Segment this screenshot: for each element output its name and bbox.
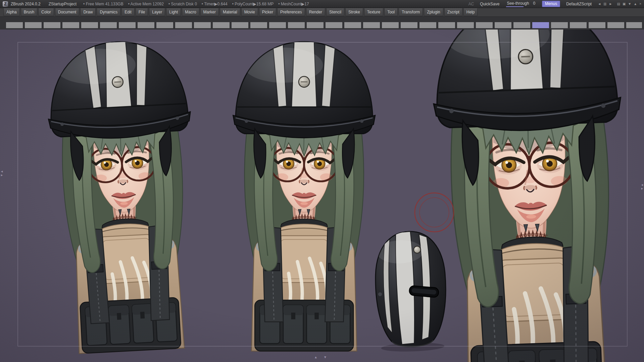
menu-item-picker[interactable]: Picker bbox=[259, 8, 276, 16]
menus-button[interactable]: Menus bbox=[542, 1, 560, 7]
close-icon[interactable]: × bbox=[639, 2, 641, 6]
down-arrow-icon: ▼ bbox=[324, 356, 327, 359]
menu-item-edit[interactable]: Edit bbox=[121, 8, 135, 16]
default-zscript-button[interactable]: DefaultZScript bbox=[565, 1, 593, 7]
menu-item-macro[interactable]: Macro bbox=[182, 8, 199, 16]
left-arrow-icon: ◄ bbox=[641, 184, 644, 187]
right-arrow-icon: ► bbox=[641, 187, 644, 190]
scroll-right-icon[interactable]: ► bbox=[609, 2, 612, 6]
menu-item-zplugin[interactable]: Zplugin bbox=[424, 8, 443, 16]
project-name: ZStartupProject bbox=[49, 2, 77, 6]
menu-item-draw[interactable]: Draw bbox=[80, 8, 96, 16]
stat-polycount-15-68-mp: • PolyCount▶15.68 MP bbox=[232, 2, 274, 6]
sculpt-canvas[interactable] bbox=[0, 30, 644, 362]
menu-item-transform[interactable]: Transform bbox=[399, 8, 423, 16]
scroll-left-icon[interactable]: ◄ bbox=[598, 2, 601, 6]
quicksave-button[interactable]: QuickSave bbox=[479, 1, 501, 7]
stat-free-mem-41-133gb: • Free Mem 41.133GB bbox=[83, 2, 123, 6]
menu-item-light[interactable]: Light bbox=[166, 8, 181, 16]
menu-item-render[interactable]: Render bbox=[306, 8, 325, 16]
tray-segment-active[interactable] bbox=[532, 22, 549, 28]
bust-view-closeup bbox=[430, 30, 632, 362]
nav-icon-group: ◄▥► bbox=[598, 2, 612, 6]
stat-timer-0-644: • Timer▶0.644 bbox=[202, 2, 228, 6]
menu-item-stroke[interactable]: Stroke bbox=[345, 8, 363, 16]
up-arrow-icon: ▲ bbox=[314, 356, 317, 359]
stat-meshcount-17: • MeshCount▶17 bbox=[278, 2, 309, 6]
window-icon-group: ▤▣▼▲× bbox=[617, 2, 641, 6]
tile-windows-icon[interactable]: ▣ bbox=[623, 2, 626, 6]
right-arrow-icon: ► bbox=[0, 174, 3, 177]
zbrush-logo-icon: Z bbox=[3, 1, 8, 7]
bottom-tray-handle[interactable]: ▲ ▼ bbox=[314, 356, 327, 359]
right-tray-handle[interactable]: ◄ ► bbox=[641, 184, 644, 190]
stat-scratch-disk-0: • Scratch Disk 0 bbox=[168, 2, 197, 6]
menu-item-file[interactable]: File bbox=[136, 8, 148, 16]
menu-item-zscript[interactable]: Zscript bbox=[444, 8, 462, 16]
stat-active-mem-12092: • Active Mem 12092 bbox=[128, 2, 164, 6]
see-through-slider[interactable]: See-through0 bbox=[505, 1, 537, 7]
tray-divider-row bbox=[0, 17, 644, 30]
bust-view-front bbox=[233, 42, 375, 351]
menu-item-color[interactable]: Color bbox=[38, 8, 54, 16]
menu-item-brush[interactable]: Brush bbox=[21, 8, 37, 16]
left-tray-handle[interactable]: ◄ ► bbox=[0, 170, 3, 177]
title-bar-right: AC QuickSave See-through0 Menus DefaultZ… bbox=[468, 1, 641, 7]
document-canvas[interactable]: ◄ ► ◄ ► ▲ ▼ bbox=[0, 30, 644, 362]
ac-indicator: AC bbox=[468, 2, 474, 6]
menu-item-alpha[interactable]: Alpha bbox=[3, 8, 20, 16]
see-through-label: See-through bbox=[507, 1, 529, 6]
menu-item-tool[interactable]: Tool bbox=[384, 8, 398, 16]
helmet-only-view bbox=[374, 230, 448, 353]
popout-window-icon[interactable]: ▤ bbox=[617, 2, 620, 6]
menu-item-material[interactable]: Material bbox=[220, 8, 240, 16]
menu-item-marker[interactable]: Marker bbox=[200, 8, 219, 16]
menu-item-dynamics[interactable]: Dynamics bbox=[97, 8, 120, 16]
see-through-value: 0 bbox=[533, 1, 535, 6]
menu-item-preferences[interactable]: Preferences bbox=[277, 8, 305, 16]
pages-icon[interactable]: ▥ bbox=[603, 2, 606, 6]
app-title: ZBrush 2024.0.2 bbox=[11, 2, 41, 6]
memory-stats: • Free Mem 41.133GB• Active Mem 12092• S… bbox=[83, 2, 309, 6]
menu-item-texture[interactable]: Texture bbox=[364, 8, 383, 16]
menu-item-stencil[interactable]: Stencil bbox=[326, 8, 344, 16]
menu-bar: AlphaBrushColorDocumentDrawDynamicsEditF… bbox=[0, 8, 644, 17]
menu-item-document[interactable]: Document bbox=[55, 8, 80, 16]
menu-item-help[interactable]: Help bbox=[463, 8, 478, 16]
zbrush-window: { "title_bar": { "logo_letter": "Z", "ap… bbox=[0, 0, 644, 362]
left-arrow-icon: ◄ bbox=[0, 170, 3, 173]
brush-cursor bbox=[415, 193, 454, 232]
menu-item-layer[interactable]: Layer bbox=[149, 8, 165, 16]
title-bar: Z ZBrush 2024.0.2 ZStartupProject • Free… bbox=[0, 0, 644, 8]
menu-item-movie[interactable]: Movie bbox=[241, 8, 258, 16]
restore-icon[interactable]: ▲ bbox=[634, 2, 637, 6]
minimize-icon[interactable]: ▼ bbox=[628, 2, 631, 6]
bust-view-left bbox=[45, 38, 203, 355]
